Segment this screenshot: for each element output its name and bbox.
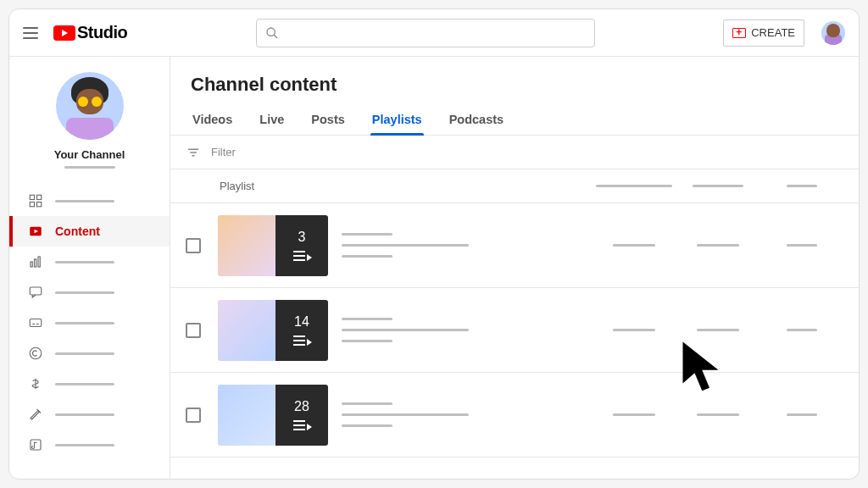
svg-rect-9 — [38, 257, 40, 267]
filter-bar[interactable]: Filter — [170, 136, 859, 169]
row-checkbox[interactable] — [186, 323, 201, 338]
cell-placeholder — [676, 329, 760, 331]
sidebar-item-label — [55, 200, 114, 202]
svg-rect-11 — [30, 319, 42, 327]
app-header: Studio CREATE — [9, 9, 859, 57]
playlist-icon — [293, 419, 310, 431]
sidebar-item-earn[interactable] — [9, 369, 170, 399]
menu-icon[interactable] — [23, 23, 43, 43]
col-playlist[interactable]: Playlist — [220, 180, 593, 192]
playlist-meta — [342, 318, 469, 342]
page-title: Channel content — [170, 57, 859, 104]
channel-name: Your Channel — [54, 148, 125, 161]
tab-posts[interactable]: Posts — [309, 104, 347, 135]
create-button[interactable]: CREATE — [723, 19, 804, 47]
playlist-icon — [293, 335, 310, 347]
sidebar-item-label — [55, 444, 114, 446]
account-avatar[interactable] — [821, 21, 845, 45]
sidebar-item-customize[interactable] — [9, 399, 170, 430]
playlist-count-badge: 28 — [275, 385, 328, 446]
main-content: Channel content Videos Live Posts Playli… — [170, 57, 859, 479]
svg-point-0 — [267, 28, 275, 36]
customize-icon — [28, 407, 43, 422]
tab-podcasts[interactable]: Podcasts — [448, 104, 505, 135]
col-placeholder-c[interactable] — [760, 185, 843, 187]
playlist-count: 28 — [294, 399, 309, 414]
sidebar-item-label — [55, 352, 114, 355]
svg-rect-2 — [30, 195, 34, 199]
sidebar-item-subtitles[interactable] — [9, 308, 170, 338]
svg-rect-7 — [31, 262, 32, 267]
filter-label: Filter — [211, 146, 236, 158]
tab-playlists[interactable]: Playlists — [370, 104, 424, 135]
content-tabs: Videos Live Posts Playlists Podcasts — [170, 104, 859, 136]
earn-icon — [28, 376, 43, 391]
table-row[interactable]: 28 — [170, 373, 859, 458]
youtube-play-icon — [53, 25, 75, 41]
sidebar-item-analytics[interactable] — [9, 247, 170, 277]
table-row[interactable]: 14 — [170, 288, 859, 373]
cell-placeholder — [760, 244, 843, 247]
cell-placeholder — [760, 329, 843, 331]
sidebar-nav: Content — [9, 186, 170, 460]
tab-videos[interactable]: Videos — [191, 104, 234, 135]
table-header: Playlist — [170, 169, 859, 203]
sidebar: Your Channel Content — [9, 57, 170, 479]
col-placeholder-a[interactable] — [593, 185, 676, 187]
sidebar-item-label: Content — [55, 225, 100, 238]
playlist-count: 3 — [298, 230, 306, 245]
copyright-icon — [28, 346, 43, 361]
sidebar-item-audio[interactable] — [9, 430, 170, 460]
sidebar-item-copyright[interactable] — [9, 338, 170, 369]
playlist-icon — [293, 250, 310, 262]
svg-rect-8 — [35, 259, 36, 267]
cell-placeholder — [676, 413, 760, 416]
dashboard-icon — [28, 193, 43, 208]
row-checkbox[interactable] — [186, 238, 201, 253]
playlist-count-badge: 14 — [275, 300, 328, 361]
playlist-thumbnail[interactable]: 14 — [218, 300, 328, 361]
brand-text: Studio — [77, 23, 127, 42]
sidebar-item-label — [55, 383, 114, 385]
search-box[interactable] — [256, 19, 595, 47]
sidebar-item-dashboard[interactable] — [9, 186, 170, 216]
cell-placeholder — [593, 329, 676, 331]
sidebar-item-comments[interactable] — [9, 277, 170, 308]
playlist-count: 14 — [294, 314, 309, 330]
playlist-count-badge: 3 — [275, 215, 328, 276]
svg-line-1 — [274, 35, 277, 38]
sidebar-item-label — [55, 291, 114, 294]
playlist-thumbnail[interactable]: 28 — [218, 385, 328, 446]
cell-placeholder — [593, 413, 676, 416]
cell-placeholder — [593, 244, 676, 247]
svg-rect-5 — [37, 202, 42, 207]
channel-avatar[interactable] — [56, 72, 124, 140]
create-label: CREATE — [751, 26, 795, 39]
table-row[interactable]: 3 — [170, 203, 859, 288]
svg-rect-3 — [37, 195, 42, 199]
sidebar-item-label — [55, 413, 114, 416]
channel-subtitle-placeholder — [64, 166, 115, 169]
tab-live[interactable]: Live — [258, 104, 286, 135]
analytics-icon — [28, 254, 43, 269]
create-icon — [732, 28, 746, 38]
cell-placeholder — [676, 244, 760, 247]
playlist-meta — [342, 233, 469, 258]
content-icon — [28, 224, 43, 239]
sidebar-item-label — [55, 261, 114, 263]
svg-rect-10 — [30, 287, 42, 295]
filter-icon — [186, 145, 201, 160]
row-checkbox[interactable] — [186, 408, 201, 423]
audio-icon — [28, 437, 43, 452]
svg-rect-4 — [30, 202, 34, 207]
search-input[interactable] — [286, 26, 586, 40]
svg-point-14 — [30, 347, 42, 359]
brand-logo[interactable]: Studio — [53, 23, 127, 42]
col-placeholder-b[interactable] — [676, 185, 760, 187]
comments-icon — [28, 285, 43, 300]
playlist-thumbnail[interactable]: 3 — [218, 215, 328, 276]
sidebar-item-label — [55, 322, 114, 324]
subtitles-icon — [28, 315, 43, 330]
sidebar-item-content[interactable]: Content — [9, 216, 170, 247]
cell-placeholder — [760, 413, 843, 416]
